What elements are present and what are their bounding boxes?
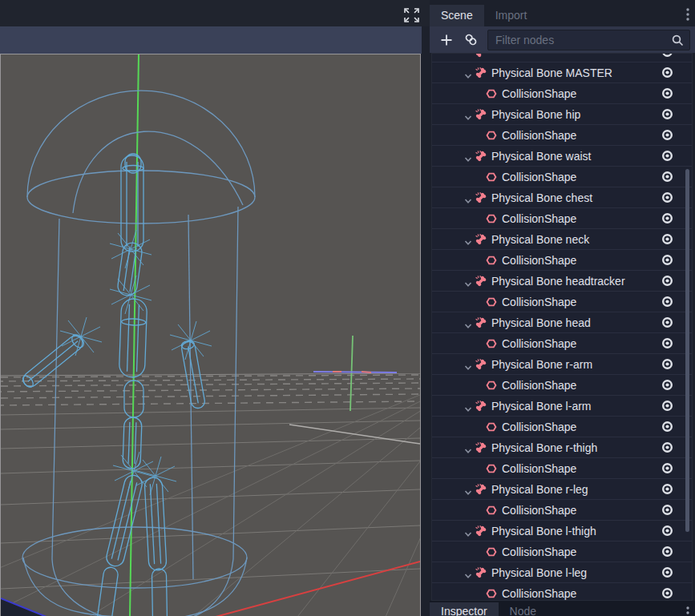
visibility-eye-icon[interactable]: [661, 586, 674, 600]
tree-row[interactable]: CollisionShape: [432, 333, 692, 354]
collapse-chevron-icon[interactable]: [464, 360, 472, 368]
visibility-eye-icon[interactable]: [661, 274, 674, 288]
tree-row[interactable]: Physical Bone l-arm: [432, 396, 692, 417]
tree-row[interactable]: CollisionShape: [432, 250, 692, 271]
visibility-eye-icon[interactable]: [661, 566, 674, 579]
collapse-chevron-icon[interactable]: [464, 111, 472, 119]
node-label: CollisionShape: [502, 504, 576, 517]
node-label: Physical Bone hip: [491, 108, 580, 121]
visibility-eye-icon[interactable]: [661, 149, 674, 163]
visibility-eye-icon[interactable]: [661, 461, 674, 475]
tree-row[interactable]: CollisionShape: [432, 167, 692, 187]
tab-inspector[interactable]: Inspector: [430, 602, 499, 616]
3d-viewport[interactable]: [0, 54, 421, 616]
node-label: Physical Bone l-leg: [491, 566, 587, 579]
collapse-chevron-icon[interactable]: [464, 152, 472, 160]
visibility-eye-icon[interactable]: [661, 336, 674, 350]
tree-row[interactable]: Physical Bone head: [432, 312, 692, 333]
tree-row[interactable]: CollisionShape: [432, 417, 692, 437]
visibility-eye-icon[interactable]: [661, 66, 674, 79]
tree-row[interactable]: CollisionShape: [432, 458, 692, 479]
physical-bone-icon: [475, 441, 487, 454]
tree-row[interactable]: CollisionShape: [432, 83, 692, 104]
visibility-eye-icon[interactable]: [661, 357, 674, 371]
viewport-region: [0, 0, 430, 616]
tree-row[interactable]: [432, 53, 692, 62]
tree-row[interactable]: CollisionShape: [432, 542, 692, 562]
tree-row[interactable]: Physical Bone neck: [432, 229, 692, 250]
tree-row[interactable]: Physical Bone r-arm: [432, 354, 692, 375]
tree-row[interactable]: CollisionShape: [432, 375, 692, 396]
collision-shape-icon: [485, 254, 498, 267]
viewport-top-bar: [0, 0, 430, 26]
tree-row[interactable]: Physical Bone l-thigh: [432, 521, 692, 542]
tree-row[interactable]: CollisionShape: [432, 292, 692, 312]
tab-node[interactable]: Node: [499, 602, 548, 616]
collapse-chevron-icon[interactable]: [464, 444, 472, 452]
tree-row[interactable]: Physical Bone hip: [432, 104, 692, 125]
visibility-eye-icon[interactable]: [661, 441, 674, 454]
node-label: CollisionShape: [502, 87, 576, 100]
collision-shape-icon: [485, 421, 498, 433]
visibility-eye-icon[interactable]: [661, 53, 674, 58]
collision-shape-icon: [485, 462, 498, 475]
visibility-eye-icon[interactable]: [661, 399, 674, 413]
physical-bone-icon: [475, 525, 487, 537]
collapse-chevron-icon[interactable]: [464, 69, 472, 77]
collision-shape-icon: [485, 337, 498, 350]
tree-row[interactable]: CollisionShape: [432, 208, 692, 229]
node-label: Physical Bone r-thigh: [491, 441, 597, 454]
node-label: CollisionShape: [502, 254, 576, 267]
bottom-dock-menu-icon[interactable]: [684, 605, 692, 616]
visibility-eye-icon[interactable]: [661, 295, 674, 308]
tab-import[interactable]: Import: [484, 5, 539, 26]
visibility-eye-icon[interactable]: [661, 253, 674, 267]
collapse-chevron-icon[interactable]: [464, 569, 472, 577]
tree-row[interactable]: Physical Bone MASTER: [432, 62, 692, 83]
visibility-eye-icon[interactable]: [661, 87, 674, 100]
dock-menu-icon[interactable]: [684, 6, 692, 22]
collapse-chevron-icon[interactable]: [464, 236, 472, 244]
tree-row[interactable]: Physical Bone chest: [432, 187, 692, 208]
node-label: Physical Bone MASTER: [491, 66, 612, 79]
add-node-button[interactable]: [437, 30, 456, 50]
expand-viewport-icon[interactable]: [404, 8, 419, 22]
collapse-chevron-icon[interactable]: [464, 194, 472, 202]
tree-row[interactable]: Physical Bone r-thigh: [432, 437, 692, 458]
collision-shape-icon: [485, 504, 498, 517]
tree-row[interactable]: Physical Bone l-leg: [432, 562, 692, 583]
visibility-eye-icon[interactable]: [661, 211, 674, 225]
tree-row[interactable]: Physical Bone headtracker: [432, 271, 692, 292]
node-label: Physical Bone neck: [491, 233, 589, 246]
visibility-eye-icon[interactable]: [661, 170, 674, 183]
filter-nodes-input[interactable]: [488, 34, 689, 46]
visibility-eye-icon[interactable]: [661, 128, 674, 142]
collapse-chevron-icon[interactable]: [464, 402, 472, 410]
collapse-chevron-icon[interactable]: [464, 527, 472, 535]
tree-row[interactable]: CollisionShape: [432, 125, 692, 146]
visibility-eye-icon[interactable]: [661, 524, 674, 537]
collision-shape-icon: [485, 587, 498, 600]
visibility-eye-icon[interactable]: [661, 191, 674, 204]
visibility-eye-icon[interactable]: [661, 232, 674, 246]
collapse-chevron-icon[interactable]: [464, 485, 472, 493]
tree-scrollbar[interactable]: [685, 169, 689, 532]
tab-scene[interactable]: Scene: [430, 5, 484, 26]
visibility-eye-icon[interactable]: [661, 316, 674, 329]
tree-row[interactable]: CollisionShape: [432, 500, 692, 521]
tree-row[interactable]: Physical Bone waist: [432, 146, 692, 167]
tree-row[interactable]: Physical Bone r-leg: [432, 479, 692, 500]
visibility-eye-icon[interactable]: [661, 545, 674, 558]
collision-shape-icon: [485, 546, 498, 558]
scene-tree[interactable]: Physical Bone MASTERCollisionShapePhysic…: [431, 53, 693, 601]
visibility-eye-icon[interactable]: [661, 482, 674, 496]
visibility-eye-icon[interactable]: [661, 378, 674, 392]
visibility-eye-icon[interactable]: [661, 107, 674, 121]
tree-row[interactable]: CollisionShape: [432, 583, 692, 601]
godot-editor: SceneImport: [0, 0, 695, 616]
instance-scene-link-icon[interactable]: [461, 30, 480, 50]
visibility-eye-icon[interactable]: [661, 420, 674, 433]
visibility-eye-icon[interactable]: [661, 503, 674, 517]
collapse-chevron-icon[interactable]: [464, 277, 472, 285]
collapse-chevron-icon[interactable]: [464, 319, 472, 327]
